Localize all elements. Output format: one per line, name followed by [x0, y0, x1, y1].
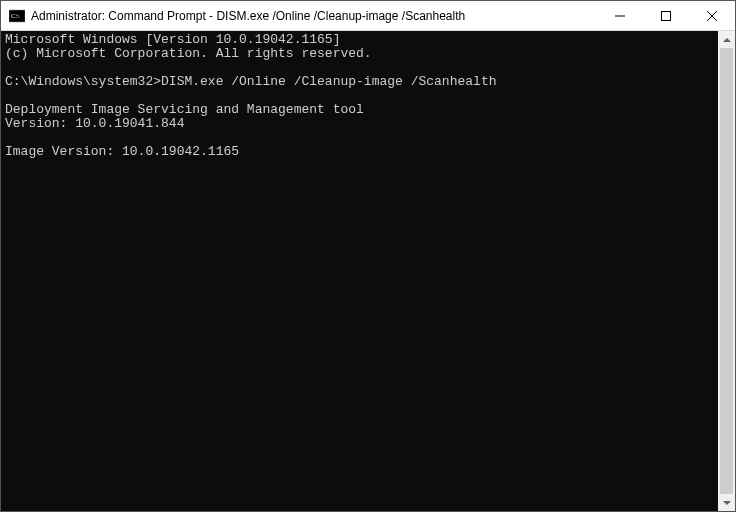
maximize-button[interactable] [643, 1, 689, 30]
close-button[interactable] [689, 1, 735, 30]
svg-rect-3 [662, 11, 671, 20]
window-controls [597, 1, 735, 30]
command-prompt-window: C:\ Administrator: Command Prompt - DISM… [0, 0, 736, 512]
svg-marker-6 [723, 38, 731, 42]
minimize-button[interactable] [597, 1, 643, 30]
terminal-line [5, 61, 718, 75]
terminal-output[interactable]: Microsoft Windows [Version 10.0.19042.11… [1, 31, 718, 511]
svg-marker-7 [723, 501, 731, 505]
terminal-line: Microsoft Windows [Version 10.0.19042.11… [5, 33, 718, 47]
titlebar[interactable]: C:\ Administrator: Command Prompt - DISM… [1, 1, 735, 31]
scroll-down-arrow-icon[interactable] [718, 494, 735, 511]
client-area: Microsoft Windows [Version 10.0.19042.11… [1, 31, 735, 511]
scroll-thumb[interactable] [720, 48, 733, 494]
vertical-scrollbar[interactable] [718, 31, 735, 511]
window-title: Administrator: Command Prompt - DISM.exe… [31, 9, 597, 23]
terminal-line: (c) Microsoft Corporation. All rights re… [5, 47, 718, 61]
terminal-line [5, 89, 718, 103]
terminal-line: C:\Windows\system32>DISM.exe /Online /Cl… [5, 75, 718, 89]
scroll-up-arrow-icon[interactable] [718, 31, 735, 48]
cmd-icon: C:\ [9, 8, 25, 24]
terminal-line: Version: 10.0.19041.844 [5, 117, 718, 131]
terminal-line [5, 131, 718, 145]
terminal-line: Deployment Image Servicing and Managemen… [5, 103, 718, 117]
terminal-line: Image Version: 10.0.19042.1165 [5, 145, 718, 159]
scroll-track[interactable] [718, 48, 735, 494]
svg-text:C:\: C:\ [11, 12, 20, 20]
